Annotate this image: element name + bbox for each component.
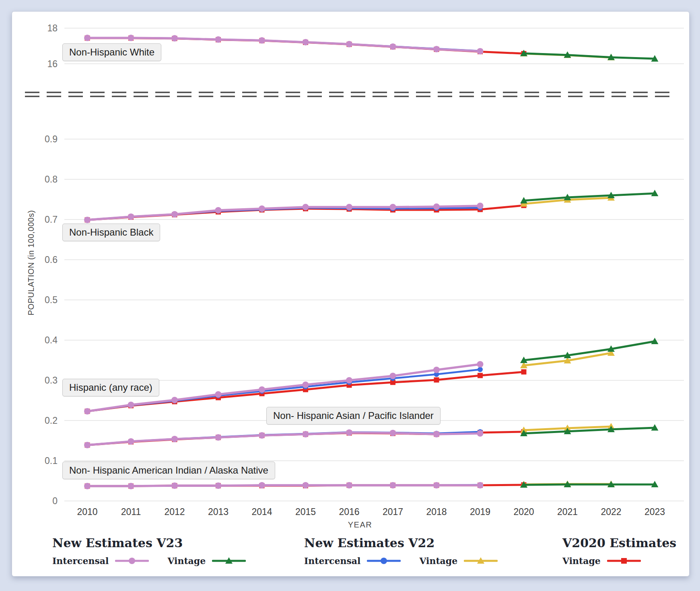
svg-text:2011: 2011 (121, 507, 141, 517)
svg-text:2021: 2021 (557, 507, 578, 517)
svg-text:18: 18 (47, 23, 58, 33)
legend-group-v2020: V2020 Estimates Vintage (562, 536, 676, 566)
svg-text:2020: 2020 (513, 507, 534, 517)
series-label-non-hispanic-white: Non-Hispanic White (62, 43, 161, 61)
svg-text:0.7: 0.7 (45, 214, 58, 225)
svg-text:2012: 2012 (164, 507, 185, 517)
svg-text:2017: 2017 (383, 507, 403, 517)
svg-text:0.4: 0.4 (45, 335, 58, 345)
svg-text:0.5: 0.5 (45, 295, 58, 305)
svg-text:2022: 2022 (601, 507, 621, 517)
svg-text:0.6: 0.6 (45, 254, 58, 265)
legend-item-v2020-vintage: Vintage (562, 556, 641, 566)
svg-text:0.9: 0.9 (45, 134, 58, 144)
series-label-american-indian-alaska-native: Non- Hispanic American Indian / Alaska N… (62, 462, 275, 479)
legend-swatch-v23-vintage (212, 556, 246, 565)
svg-text:2018: 2018 (426, 507, 447, 517)
page-background: { "legend": { "groups": [ {"title": "New… (0, 0, 700, 591)
legend-item-label: Vintage (419, 556, 457, 566)
legend-swatch-v22-intercensal (367, 556, 401, 565)
legend-swatch-v23-intercensal (115, 556, 149, 565)
series-label-non-hispanic-black: Non-Hispanic Black (62, 224, 160, 241)
y-axis-title: POPULATION (in 100,000s) (27, 203, 36, 323)
svg-text:0.3: 0.3 (45, 375, 58, 386)
legend-item-label: Intercensal (304, 556, 360, 566)
legend-item-label: Vintage (562, 556, 601, 566)
legend-swatch-v22-vintage (464, 556, 498, 565)
legend-item-label: Intercensal (52, 556, 109, 566)
svg-text:2013: 2013 (208, 507, 229, 517)
legend-group-v22: New Estimates V22 Intercensal Vintage (304, 536, 498, 566)
legend-title: V2020 Estimates (562, 536, 676, 550)
svg-text:0.8: 0.8 (45, 174, 58, 185)
x-axis-title: YEAR (300, 520, 420, 529)
svg-text:2010: 2010 (77, 507, 97, 517)
legend-item-v23-vintage: Vintage (167, 556, 246, 566)
svg-text:2023: 2023 (644, 507, 665, 517)
svg-text:16: 16 (47, 59, 58, 69)
svg-text:2016: 2016 (339, 507, 359, 517)
legend-title: New Estimates V22 (304, 536, 498, 550)
svg-text:0: 0 (52, 496, 58, 506)
legend-item-label: Vintage (167, 556, 206, 566)
svg-text:0.2: 0.2 (45, 415, 58, 426)
legend-group-v23: New Estimates V23 Intercensal Vintage (52, 536, 246, 566)
legend-swatch-v2020-vintage (607, 556, 641, 565)
legend-item-v22-vintage: Vintage (419, 556, 498, 566)
legend-title: New Estimates V23 (52, 536, 246, 550)
legend-item-v22-intercensal: Intercensal (304, 556, 401, 566)
svg-text:2014: 2014 (251, 507, 272, 517)
svg-text:0.1: 0.1 (45, 456, 58, 466)
legend-item-v23-intercensal: Intercensal (52, 556, 149, 566)
svg-text:2019: 2019 (470, 507, 490, 517)
chart-canvas: 18160.90.80.70.60.50.40.30.20.1020102011… (0, 0, 700, 591)
series-label-hispanic: Hispanic (any race) (62, 379, 159, 396)
svg-text:2015: 2015 (295, 507, 316, 517)
series-label-asian-pacific-islander: Non- Hispanic Asian / Pacific Islander (266, 407, 441, 425)
